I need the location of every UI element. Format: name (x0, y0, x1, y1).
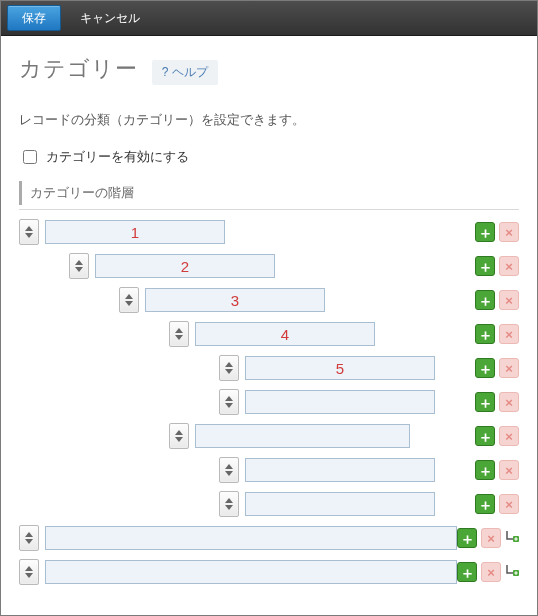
delete-category-button[interactable]: × (499, 324, 519, 344)
delete-category-button[interactable]: × (499, 392, 519, 412)
reorder-stepper[interactable] (219, 457, 239, 483)
enable-category-checkbox[interactable] (23, 150, 37, 164)
row-actions: ＋× (475, 460, 519, 480)
delete-category-button[interactable]: × (481, 562, 501, 582)
add-category-button[interactable]: ＋ (475, 290, 495, 310)
category-input[interactable]: 4 (195, 322, 375, 346)
delete-category-button[interactable]: × (499, 494, 519, 514)
row-actions: ＋× (475, 358, 519, 378)
add-category-button[interactable]: ＋ (475, 324, 495, 344)
delete-category-button[interactable]: × (499, 358, 519, 378)
reorder-stepper[interactable] (219, 389, 239, 415)
category-input[interactable] (45, 560, 457, 584)
category-input[interactable]: 1 (45, 220, 225, 244)
reorder-stepper[interactable] (219, 491, 239, 517)
delete-category-button[interactable]: × (499, 426, 519, 446)
category-row: ＋× (19, 524, 519, 552)
row-actions: ＋× (475, 426, 519, 446)
add-subcategory-icon[interactable] (505, 530, 519, 546)
category-row: ＋× (19, 388, 519, 416)
reorder-stepper[interactable] (19, 219, 39, 245)
add-category-button[interactable]: ＋ (475, 222, 495, 242)
row-actions: ＋× (475, 290, 519, 310)
delete-category-button[interactable]: × (499, 222, 519, 242)
add-category-button[interactable]: ＋ (475, 426, 495, 446)
reorder-stepper[interactable] (19, 559, 39, 585)
row-actions: ＋× (475, 494, 519, 514)
page-description: レコードの分類（カテゴリー）を設定できます。 (19, 111, 519, 129)
add-category-button[interactable]: ＋ (475, 494, 495, 514)
add-category-button[interactable]: ＋ (475, 460, 495, 480)
category-row: 4＋× (19, 320, 519, 348)
help-link[interactable]: ? ヘルプ (152, 60, 218, 85)
reorder-stepper[interactable] (169, 321, 189, 347)
add-category-button[interactable]: ＋ (457, 562, 477, 582)
category-tree: 1＋×2＋×3＋×4＋×5＋×＋×＋×＋×＋×＋×＋× (19, 218, 519, 586)
section-title: カテゴリーの階層 (19, 181, 519, 205)
add-category-button[interactable]: ＋ (457, 528, 477, 548)
category-input[interactable] (245, 390, 435, 414)
row-actions: ＋× (475, 222, 519, 242)
section-divider (19, 209, 519, 210)
row-actions: ＋× (475, 256, 519, 276)
toolbar: 保存 キャンセル (1, 1, 537, 36)
delete-category-button[interactable]: × (499, 460, 519, 480)
delete-category-button[interactable]: × (481, 528, 501, 548)
category-row: 2＋× (19, 252, 519, 280)
category-input[interactable] (195, 424, 410, 448)
category-input[interactable] (245, 492, 435, 516)
category-row: ＋× (19, 456, 519, 484)
category-row: 5＋× (19, 354, 519, 382)
category-row: 3＋× (19, 286, 519, 314)
row-actions: ＋× (475, 392, 519, 412)
category-input[interactable]: 5 (245, 356, 435, 380)
delete-category-button[interactable]: × (499, 256, 519, 276)
add-subcategory-icon[interactable] (505, 564, 519, 580)
reorder-stepper[interactable] (169, 423, 189, 449)
row-actions: ＋× (475, 324, 519, 344)
cancel-button[interactable]: キャンセル (65, 5, 155, 31)
enable-category-row[interactable]: カテゴリーを有効にする (19, 147, 519, 167)
add-category-button[interactable]: ＋ (475, 392, 495, 412)
category-input[interactable]: 2 (95, 254, 275, 278)
add-category-button[interactable]: ＋ (475, 256, 495, 276)
reorder-stepper[interactable] (119, 287, 139, 313)
enable-category-label: カテゴリーを有効にする (46, 148, 189, 166)
category-input[interactable] (45, 526, 457, 550)
reorder-stepper[interactable] (219, 355, 239, 381)
row-actions: ＋× (457, 528, 519, 548)
category-row: ＋× (19, 422, 519, 450)
delete-category-button[interactable]: × (499, 290, 519, 310)
category-row: ＋× (19, 558, 519, 586)
reorder-stepper[interactable] (19, 525, 39, 551)
row-actions: ＋× (457, 562, 519, 582)
category-row: 1＋× (19, 218, 519, 246)
content: カテゴリー ? ヘルプ レコードの分類（カテゴリー）を設定できます。 カテゴリー… (1, 36, 537, 615)
category-row: ＋× (19, 490, 519, 518)
page-title: カテゴリー (19, 54, 138, 84)
reorder-stepper[interactable] (69, 253, 89, 279)
category-input[interactable]: 3 (145, 288, 325, 312)
save-button[interactable]: 保存 (7, 5, 61, 31)
add-category-button[interactable]: ＋ (475, 358, 495, 378)
category-input[interactable] (245, 458, 435, 482)
